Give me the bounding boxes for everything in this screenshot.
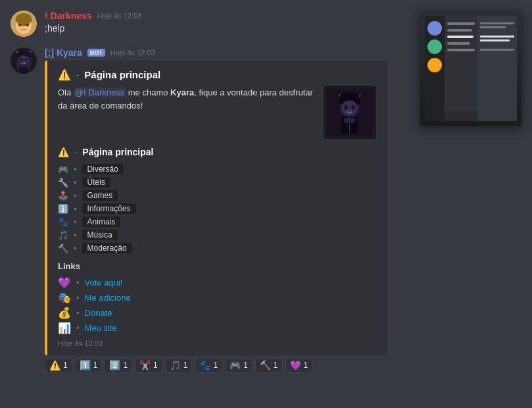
category-tag-musica: Música	[82, 230, 118, 240]
list-item: 🎭 • Me adicione	[58, 292, 376, 304]
category-tag-moderacao: Moderação	[82, 243, 132, 253]
message-group-kyara: [;] Kyara BOT Hoje às 12:03 ⚠️ - Página …	[11, 47, 521, 372]
link-emoji-add: 🎭	[58, 292, 71, 304]
svg-point-42	[344, 105, 348, 110]
bullet: •	[74, 230, 77, 240]
list-item: 🎮 • Diversão	[58, 164, 376, 174]
reaction-emoji: 🎵	[170, 360, 181, 370]
embed-section-title: ⚠️ - Página principal	[58, 147, 376, 157]
bullet: •	[74, 178, 77, 188]
embed-dash: -	[76, 70, 79, 80]
links-title: Links	[58, 261, 376, 271]
list-item: 📊 • Meu site	[58, 322, 376, 334]
section-title-text: Página principal	[82, 147, 153, 157]
reaction-2[interactable]: 2️⃣ 1	[105, 358, 132, 372]
svg-point-41	[341, 101, 357, 115]
bullet: •	[74, 204, 77, 214]
bot-badge: BOT	[87, 49, 105, 57]
reaction-game[interactable]: 🎮 1	[225, 358, 253, 372]
category-list: 🎮 • Diversão 🔧 • Úteis 🕹️ • Games	[58, 164, 376, 253]
list-item: 💰 • Donate	[58, 307, 376, 319]
reaction-count: 1	[63, 361, 68, 370]
reaction-count: 1	[153, 361, 158, 370]
link-emoji-site: 📊	[58, 322, 71, 334]
reaction-count: 1	[213, 361, 218, 370]
reaction-music[interactable]: 🎵 1	[165, 358, 193, 372]
bullet: •	[76, 308, 80, 318]
category-tag-games: Games	[82, 190, 118, 201]
reaction-hammer[interactable]: 🔨 1	[255, 358, 283, 372]
message-group-darkness: ! Darkness Hoje às 12:03 ;help	[11, 11, 521, 37]
reaction-paw[interactable]: 🐾 1	[195, 358, 222, 372]
category-tag-animais: Animais	[82, 217, 121, 227]
category-tag-diversao: Diversão	[82, 164, 124, 174]
bullet: •	[76, 278, 80, 288]
bullet: •	[76, 323, 80, 333]
category-emoji-moderacao: 🔨	[58, 243, 68, 253]
category-tag-informacoes: Informações	[82, 203, 136, 214]
bullet: •	[74, 165, 77, 174]
svg-rect-15	[480, 39, 510, 41]
reaction-warning[interactable]: ⚠️ 1	[45, 358, 72, 372]
mention-darkness: @! Darkness	[74, 88, 126, 97]
embed-section: ⚠️ - Página principal 🎮 • Diversão 🔧 •	[58, 147, 376, 253]
link-vote[interactable]: Vote aqui!	[85, 278, 123, 288]
timestamp-darkness: Hoje às 12:03	[97, 12, 142, 20]
category-emoji-games: 🕹️	[58, 191, 68, 201]
embed-title-row: ⚠️ - Página principal	[58, 68, 376, 81]
svg-rect-10	[447, 42, 470, 45]
link-site[interactable]: Meu site	[85, 323, 117, 333]
bot-name-bold: Kyara	[170, 88, 194, 97]
link-emoji-vote: 💜	[58, 276, 71, 289]
category-emoji-info: ℹ️	[58, 204, 68, 214]
bullet: •	[76, 293, 80, 303]
avatar-darkness	[11, 11, 37, 37]
reaction-count: 1	[123, 361, 128, 370]
category-tag-uteis: Úteis	[82, 177, 110, 188]
reaction-emoji: 💜	[290, 360, 301, 370]
message-content-kyara: [;] Kyara BOT Hoje às 12:03 ⚠️ - Página …	[45, 47, 521, 372]
reaction-emoji: ⚠️	[49, 360, 60, 370]
bullet: •	[74, 217, 77, 227]
reaction-emoji: 🎮	[230, 360, 241, 370]
message-text-darkness: ;help	[45, 22, 521, 36]
svg-point-45	[353, 106, 354, 107]
username-kyara: [;] Kyara	[45, 47, 82, 58]
link-donate[interactable]: Donate	[85, 308, 112, 318]
reaction-count: 1	[274, 361, 278, 370]
chat-area: ! Darkness Hoje às 12:03 ;help	[0, 0, 532, 408]
svg-rect-47	[344, 118, 355, 122]
reaction-heart[interactable]: 💜 1	[285, 358, 313, 372]
bullet: •	[74, 191, 77, 201]
list-item: ℹ️ • Informações	[58, 203, 376, 214]
message-header-darkness: ! Darkness Hoje às 12:03	[45, 11, 521, 21]
embed-warning-icon: ⚠️	[58, 68, 71, 81]
embed-body-text: Olá @! Darkness me chamo Kyara, fique a …	[58, 86, 316, 112]
reaction-scissors[interactable]: ✂️ 1	[135, 358, 162, 372]
category-emoji-diversao: 🎮	[58, 165, 68, 174]
reaction-emoji: 1️⃣	[80, 360, 91, 370]
list-item: 🔧 • Úteis	[58, 177, 376, 188]
list-item: 🕹️ • Games	[58, 190, 376, 201]
link-add[interactable]: Me adicione	[85, 293, 131, 303]
bullet: •	[74, 243, 77, 253]
list-item: 🎵 • Música	[58, 230, 376, 240]
list-item: 💜 • Vote aqui!	[58, 276, 376, 289]
svg-rect-34	[19, 67, 28, 74]
links-section: Links 💜 • Vote aqui! 🎭 • Me adicione 💰 •	[58, 261, 376, 334]
category-emoji-animais: 🐾	[58, 217, 68, 227]
reaction-count: 1	[243, 361, 248, 370]
category-emoji-musica: 🎵	[58, 230, 68, 240]
kyara-embed: ⚠️ - Página principal Olá @! Darkness me…	[45, 61, 387, 355]
reaction-count: 1	[183, 361, 188, 370]
reaction-1[interactable]: 1️⃣ 1	[75, 358, 103, 372]
svg-point-22	[18, 24, 21, 26]
svg-point-44	[346, 106, 347, 107]
reaction-count: 1	[93, 361, 98, 370]
section-warning-icon: ⚠️	[58, 147, 69, 157]
list-item: 🐾 • Animais	[58, 217, 376, 227]
avatar-kyara	[11, 47, 37, 74]
reaction-count: 1	[304, 361, 308, 370]
link-emoji-donate: 💰	[58, 307, 71, 319]
svg-point-33	[25, 59, 28, 61]
